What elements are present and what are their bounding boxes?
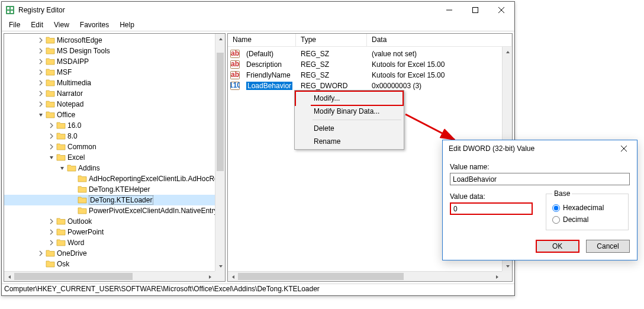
- chevron-right-icon[interactable]: [36, 36, 46, 45]
- list-row[interactable]: abFriendlyNameREG_SZKutools for Excel 15…: [228, 70, 512, 81]
- radio-decimal[interactable]: Decimal: [552, 215, 622, 224]
- scroll-down-button[interactable]: [215, 261, 226, 271]
- edit-dword-dialog: Edit DWORD (32-bit) Value Value name: Va…: [442, 140, 637, 260]
- context-menu-delete[interactable]: Delete: [296, 122, 402, 135]
- expander-none: [68, 185, 78, 194]
- title-bar[interactable]: Registry Editor: [2, 2, 514, 18]
- registry-editor-window: Registry Editor File Edit View Favorites…: [1, 1, 515, 296]
- dialog-close-button[interactable]: [611, 140, 637, 157]
- chevron-down-icon[interactable]: [36, 110, 46, 120]
- tree-item[interactable]: Osk: [4, 259, 225, 269]
- radio-hexadecimal-input[interactable]: [552, 204, 560, 212]
- menu-edit[interactable]: Edit: [26, 20, 48, 30]
- scroll-up-button[interactable]: [215, 34, 226, 44]
- column-header-type[interactable]: Type: [296, 34, 367, 46]
- cancel-button[interactable]: Cancel: [586, 240, 630, 253]
- chevron-down-icon[interactable]: [47, 153, 56, 162]
- scroll-down-button[interactable]: [503, 261, 513, 271]
- tree-item[interactable]: PowerPoint: [4, 227, 225, 237]
- chevron-right-icon[interactable]: [47, 121, 56, 130]
- tree-item[interactable]: MSF: [4, 67, 225, 78]
- menu-file[interactable]: File: [4, 20, 25, 30]
- folder-icon: [78, 174, 87, 184]
- svg-text:ab: ab: [231, 50, 239, 57]
- tree-item[interactable]: AdHocReportingExcelClientLib.AdHocReport…: [4, 173, 225, 184]
- radio-hexadecimal[interactable]: Hexadecimal: [552, 204, 622, 212]
- tree-item[interactable]: 8.0: [4, 131, 225, 141]
- chevron-right-icon[interactable]: [47, 131, 56, 141]
- value-name-input[interactable]: [450, 173, 630, 185]
- minimize-button[interactable]: [436, 2, 462, 18]
- tree-item[interactable]: Common: [4, 141, 225, 152]
- menu-favorites[interactable]: Favorites: [75, 20, 114, 30]
- tree-scrollbar-h[interactable]: [4, 271, 215, 281]
- list-row[interactable]: abDescriptionREG_SZKutools for Excel 15.…: [228, 59, 512, 70]
- chevron-right-icon[interactable]: [36, 89, 46, 98]
- chevron-right-icon[interactable]: [36, 46, 46, 56]
- menu-help[interactable]: Help: [115, 20, 139, 30]
- context-menu-modify-binary[interactable]: Modify Binary Data...: [296, 105, 402, 118]
- menu-view[interactable]: View: [49, 20, 74, 30]
- scroll-left-button[interactable]: [228, 272, 238, 282]
- status-bar: Computer\HKEY_CURRENT_USER\SOFTWARE\Micr…: [2, 284, 514, 295]
- tree-item[interactable]: MicrosoftEdge: [4, 35, 225, 46]
- svg-rect-2: [11, 7, 13, 9]
- column-header-data[interactable]: Data: [367, 34, 512, 46]
- chevron-right-icon[interactable]: [47, 227, 56, 237]
- tree-item[interactable]: DeTong.KTEHelper: [4, 184, 225, 195]
- ok-button[interactable]: OK: [536, 240, 579, 253]
- tree-item[interactable]: MS Design Tools: [4, 46, 225, 56]
- svg-rect-3: [7, 11, 9, 13]
- scroll-thumb[interactable]: [217, 53, 224, 171]
- tree-item[interactable]: DeTong.KTELoader: [4, 195, 225, 205]
- cell-name: FriendlyName: [242, 71, 296, 79]
- tree-item[interactable]: Multimedia: [4, 78, 225, 88]
- tree-item[interactable]: Office: [4, 110, 225, 120]
- chevron-right-icon[interactable]: [36, 67, 46, 77]
- tree-item[interactable]: Notepad: [4, 99, 225, 110]
- chevron-right-icon[interactable]: [36, 57, 46, 66]
- chevron-right-icon[interactable]: [47, 217, 56, 226]
- column-header-name[interactable]: Name: [228, 34, 296, 46]
- folder-icon: [78, 185, 87, 194]
- folder-icon: [46, 57, 55, 66]
- tree-item-label: MSDAIPP: [57, 57, 89, 66]
- chevron-right-icon[interactable]: [47, 238, 56, 247]
- scroll-up-button[interactable]: [503, 47, 513, 57]
- scroll-right-button[interactable]: [205, 272, 215, 282]
- tree-item[interactable]: Outlook: [4, 216, 225, 227]
- tree-item[interactable]: MSDAIPP: [4, 56, 225, 67]
- tree-item[interactable]: PowerPivotExcelClientAddIn.NativeEntry.1: [4, 205, 225, 216]
- tree-item[interactable]: Word: [4, 237, 225, 248]
- tree-scrollbar-v[interactable]: [215, 34, 225, 271]
- tree-item-label: Outlook: [67, 217, 92, 226]
- svg-text:110: 110: [230, 82, 240, 89]
- context-menu-rename[interactable]: Rename: [296, 135, 402, 148]
- chevron-down-icon[interactable]: [57, 163, 67, 173]
- scroll-corner: [215, 271, 225, 281]
- tree-item[interactable]: Addins: [4, 163, 225, 173]
- chevron-right-icon[interactable]: [36, 99, 46, 109]
- tree-item[interactable]: 16.0: [4, 120, 225, 131]
- tree-item-label: Notepad: [57, 100, 83, 108]
- svg-text:ab: ab: [231, 71, 239, 79]
- context-menu-modify[interactable]: Modify...: [295, 91, 404, 106]
- scroll-left-button[interactable]: [4, 272, 14, 282]
- dialog-title-bar[interactable]: Edit DWORD (32-bit) Value: [443, 140, 637, 157]
- list-scrollbar-h[interactable]: [228, 271, 502, 281]
- scroll-thumb[interactable]: [14, 273, 133, 280]
- scroll-right-button[interactable]: [492, 272, 502, 282]
- tree-item[interactable]: Excel: [4, 152, 225, 163]
- close-button[interactable]: [488, 2, 514, 18]
- scroll-thumb[interactable]: [238, 273, 404, 280]
- value-data-input[interactable]: [450, 202, 533, 215]
- chevron-right-icon[interactable]: [36, 249, 46, 258]
- chevron-right-icon[interactable]: [36, 78, 46, 88]
- cell-type: REG_SZ: [296, 71, 367, 79]
- list-row[interactable]: ab(Default)REG_SZ(value not set): [228, 49, 512, 59]
- chevron-right-icon[interactable]: [47, 142, 56, 152]
- maximize-button[interactable]: [462, 2, 488, 18]
- radio-decimal-input[interactable]: [552, 216, 560, 224]
- tree-item[interactable]: Narrator: [4, 88, 225, 99]
- tree-item[interactable]: OneDrive: [4, 248, 225, 259]
